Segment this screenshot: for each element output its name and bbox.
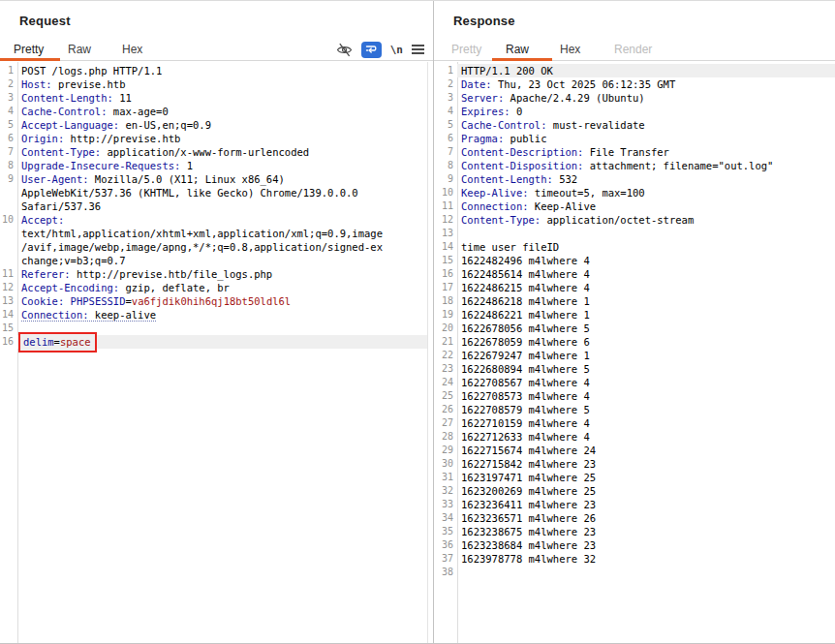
request-code: 1POST /logs.php HTTP/1.12Host: previse.h… — [0, 64, 427, 349]
line-content: Cache-Control: max-age=0 — [17, 105, 427, 118]
line-content: 1622485614 m4lwhere 4 — [457, 267, 835, 281]
line-content: HTTP/1.1 200 OK — [457, 64, 835, 77]
response-editor[interactable]: 1HTTP/1.1 200 OK2Date: Thu, 23 Oct 2025 … — [434, 62, 835, 643]
line-content: 1622708573 m4lwhere 4 — [457, 389, 835, 403]
code-line: 331623236411 m4lwhere 23 — [434, 498, 835, 511]
code-line: text/html,application/xhtml+xml,applicat… — [0, 227, 427, 240]
message-editor-frame: Request PrettyRawHex \n 1 — [0, 0, 835, 644]
code-line: 271622710159 m4lwhere 4 — [434, 416, 835, 430]
code-line: 2Date: Thu, 23 Oct 2025 06:12:35 GMT — [434, 77, 835, 91]
code-line: 11Referer: http://previse.htb/file_logs.… — [0, 267, 427, 281]
line-number: 37 — [434, 552, 457, 566]
line-number: 14 — [0, 308, 17, 322]
line-content: /avif,image/webp,image/apng,*/*;q=0.8,ap… — [17, 240, 427, 254]
request-tab-raw[interactable]: Raw — [68, 40, 122, 60]
line-content: 1623236571 m4lwhere 26 — [457, 511, 835, 525]
line-number: 2 — [0, 77, 17, 91]
line-content: 1622678056 m4lwhere 5 — [457, 322, 835, 335]
code-line: 2Host: previse.htb — [0, 77, 427, 91]
response-tabbar: PrettyRawHexRender — [434, 40, 835, 61]
eye-hidden-icon[interactable] — [336, 43, 353, 57]
line-content: Host: previse.htb — [17, 77, 427, 91]
code-line: 1POST /logs.php HTTP/1.1 — [0, 64, 427, 77]
line-content: 1622679247 m4lwhere 1 — [457, 349, 835, 362]
line-content: time user fileID — [457, 240, 835, 254]
line-number: 7 — [0, 145, 17, 159]
code-line: 3Content-Length: 11 — [0, 91, 427, 105]
line-number: 29 — [434, 444, 457, 457]
request-title: Request — [19, 14, 71, 28]
line-number: 22 — [434, 349, 457, 362]
line-content: Accept-Language: en-US,en;q=0.9 — [17, 118, 427, 132]
line-number: 1 — [434, 64, 457, 77]
response-tab-raw[interactable]: Raw — [506, 40, 560, 60]
line-content — [457, 227, 835, 240]
code-line: 231622680894 m4lwhere 5 — [434, 362, 835, 376]
code-line: 10Accept: — [0, 213, 427, 227]
line-number: 32 — [434, 484, 457, 498]
response-tab-pretty[interactable]: Pretty — [451, 40, 506, 60]
line-number — [0, 227, 17, 240]
code-line: 341623236571 m4lwhere 26 — [434, 511, 835, 525]
line-number: 11 — [434, 199, 457, 213]
line-content: 1623978778 m4lwhere 32 — [457, 552, 835, 566]
line-number: 23 — [434, 362, 457, 376]
code-line: 4Cache-Control: max-age=0 — [0, 105, 427, 118]
line-content — [457, 566, 835, 579]
line-number: 24 — [434, 376, 457, 389]
line-number: 36 — [434, 538, 457, 552]
line-number: 3 — [0, 91, 17, 105]
line-content: Content-Type: application/octet-stream — [457, 213, 835, 227]
line-number — [0, 186, 17, 199]
word-wrap-icon[interactable] — [361, 42, 382, 58]
line-number: 8 — [0, 159, 17, 172]
line-number: 14 — [434, 240, 457, 254]
response-tab-hex[interactable]: Hex — [560, 40, 614, 60]
response-tab-render[interactable]: Render — [614, 40, 668, 60]
line-content: Server: Apache/2.4.29 (Ubuntu) — [457, 91, 835, 105]
line-number: 11 — [0, 267, 17, 281]
code-line: 14time user fileID — [434, 240, 835, 254]
line-number: 8 — [434, 159, 457, 172]
code-line: AppleWebKit/537.36 (KHTML, like Gecko) C… — [0, 186, 427, 199]
request-editor[interactable]: 1POST /logs.php HTTP/1.12Host: previse.h… — [0, 62, 428, 643]
code-line: 361623238684 m4lwhere 23 — [434, 538, 835, 552]
line-number: 16 — [0, 335, 17, 349]
request-tab-pretty[interactable]: Pretty — [14, 40, 68, 60]
line-content: User-Agent: Mozilla/5.0 (X11; Linux x86_… — [17, 172, 427, 186]
line-number: 33 — [434, 498, 457, 511]
line-content: 1622710159 m4lwhere 4 — [457, 416, 835, 430]
code-line: 38 — [434, 566, 835, 579]
code-line: 12Accept-Encoding: gzip, deflate, br — [0, 281, 427, 294]
line-content: Accept: — [17, 213, 427, 227]
code-line: 321623200269 m4lwhere 25 — [434, 484, 835, 498]
newline-icon[interactable]: \n — [390, 44, 403, 56]
line-number: 13 — [434, 227, 457, 240]
code-line: /avif,image/webp,image/apng,*/*;q=0.8,ap… — [0, 240, 427, 254]
dotted-underline-text: Connection: keep-alive — [21, 309, 156, 322]
request-tab-hex[interactable]: Hex — [122, 40, 176, 60]
line-number: 17 — [434, 281, 457, 294]
line-number: 6 — [0, 132, 17, 145]
line-number: 3 — [434, 91, 457, 105]
line-content: Safari/537.36 — [17, 199, 427, 213]
line-content: 1623197471 m4lwhere 25 — [457, 471, 835, 484]
line-number: 15 — [434, 254, 457, 267]
menu-icon[interactable] — [412, 45, 424, 54]
line-content: text/html,application/xhtml+xml,applicat… — [17, 227, 427, 240]
code-line: 6Origin: http://previse.htb — [0, 132, 427, 145]
code-line: 191622486221 m4lwhere 1 — [434, 308, 835, 322]
code-line: 221622679247 m4lwhere 1 — [434, 349, 835, 362]
line-number: 27 — [434, 416, 457, 430]
line-number: 12 — [0, 281, 17, 294]
code-line: 7Content-Type: application/x-www-form-ur… — [0, 145, 427, 159]
line-content: 1622486218 m4lwhere 1 — [457, 294, 835, 308]
line-content: 1623238684 m4lwhere 23 — [457, 538, 835, 552]
line-number: 26 — [434, 403, 457, 416]
code-line: 3Server: Apache/2.4.29 (Ubuntu) — [434, 91, 835, 105]
code-line: 371623978778 m4lwhere 32 — [434, 552, 835, 566]
line-number: 4 — [434, 105, 457, 118]
line-number: 34 — [434, 511, 457, 525]
code-line: 211622678059 m4lwhere 6 — [434, 335, 835, 349]
line-content: 1622708567 m4lwhere 4 — [457, 376, 835, 389]
